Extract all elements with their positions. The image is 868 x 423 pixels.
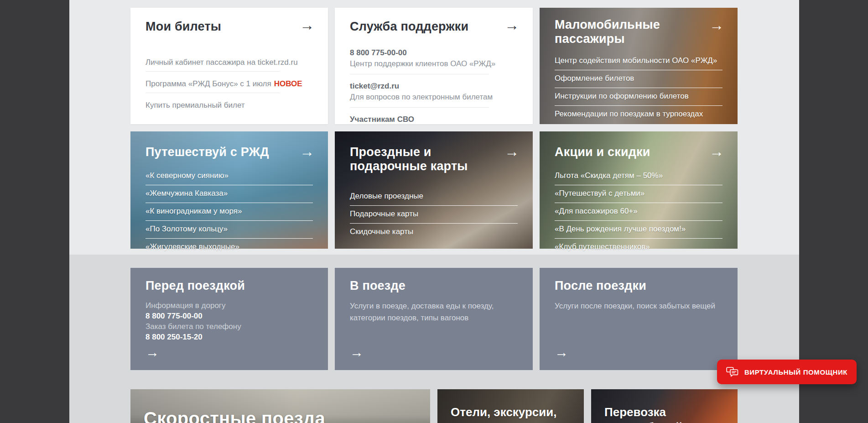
- link-birthday-by-train[interactable]: «В День рождения лучше поездом!»: [555, 221, 722, 239]
- arrow-right-icon[interactable]: →: [709, 18, 724, 32]
- link-mobility-center[interactable]: Центр содействия мобильности ОАО «РЖД»: [555, 52, 722, 70]
- link-passengers-60plus[interactable]: «Для пассажиров 60+»: [555, 203, 722, 221]
- card-in-train[interactable]: В поезде Услуги в поезде, доставка еды к…: [335, 268, 533, 370]
- card-in-train-title: В поезде: [350, 279, 518, 293]
- card-transport-gift-cards-title: Проездные и подарочные карты: [350, 145, 518, 173]
- link-discount-cards[interactable]: Скидочные карты: [350, 224, 518, 241]
- link-ticket-registration[interactable]: Оформление билетов: [555, 70, 722, 88]
- card-travel-title: Путешествуй с РЖД: [146, 145, 313, 159]
- arrow-right-icon[interactable]: →: [709, 144, 724, 159]
- link-svo-participants[interactable]: Участникам СВО: [350, 115, 518, 124]
- support-svo-entry: Участникам СВО: [350, 112, 518, 129]
- card-speed-trains[interactable]: Скоростные поезда: [130, 389, 430, 423]
- card-mobility-title: Маломобильные пассажиры: [555, 18, 696, 46]
- virtual-assistant-button[interactable]: ВИРТУАЛЬНЫЙ ПОМОЩНИК: [717, 360, 857, 384]
- arrow-right-icon[interactable]: →: [146, 345, 159, 359]
- arrow-right-icon[interactable]: →: [504, 144, 519, 159]
- card-hotels-tours-title: Отели, экскурсии, туры: [451, 405, 560, 423]
- card-support[interactable]: Служба поддержки → 8 800 775-00-00 Центр…: [335, 8, 533, 124]
- link-personal-account-label: Личный кабинет пассажира на ticket.rzd.r…: [146, 58, 298, 67]
- divider: [350, 74, 489, 74]
- arrow-right-icon[interactable]: →: [300, 144, 314, 159]
- support-entries: 8 800 775-00-00 Центр поддержки клиентов…: [350, 46, 518, 129]
- card-travel-with-rzd[interactable]: Путешествуй с РЖД → «К северному сиянию»…: [130, 131, 328, 249]
- support-email-caption: Для вопросов по электронным билетам: [350, 93, 518, 102]
- support-email-entry: ticket@rzd.ru Для вопросов по электронны…: [350, 79, 518, 112]
- promos-links: Льгота «Скидка детям – 50%» «Путешествуй…: [555, 167, 722, 256]
- link-travel-with-children[interactable]: «Путешествуй с детьми»: [555, 185, 722, 203]
- support-phone-entry: 8 800 775-00-00 Центр поддержки клиентов…: [350, 46, 518, 79]
- mobility-links: Центр содействия мобильности ОАО «РЖД» О…: [555, 52, 722, 123]
- card-car-transport-title: Перевозка автомобилей: [604, 405, 696, 423]
- card-promos-discounts[interactable]: Акции и скидки → Льгота «Скидка детям – …: [540, 131, 738, 249]
- link-rzd-bonus[interactable]: Программа «РЖД Бонус» с 1 июляНОВОЕ: [146, 76, 313, 97]
- order-by-phone-label: Заказ билета по телефону: [146, 321, 313, 332]
- info-on-the-way-label: Информация в дорогу: [146, 300, 313, 311]
- order-phone[interactable]: 8 800 250-15-20: [146, 332, 313, 342]
- virtual-assistant-label: ВИРТУАЛЬНЫЙ ПОМОЩНИК: [744, 368, 847, 376]
- chat-icon: [726, 367, 738, 377]
- transport-cards-links: Деловые проездные Подарочные карты Скидо…: [350, 188, 518, 241]
- link-tour-train-recommendations[interactable]: Рекомендации по поездкам в турпоездах: [555, 106, 722, 123]
- link-gift-cards[interactable]: Подарочные карты: [350, 206, 518, 224]
- link-pearl-of-caucasus[interactable]: «Жемчужина Кавказа»: [146, 185, 313, 203]
- card-hotels-tours[interactable]: Отели, экскурсии, туры: [437, 389, 584, 423]
- card-mobility-passengers[interactable]: Маломобильные пассажиры → Центр содейств…: [540, 8, 738, 124]
- card-car-transport[interactable]: Перевозка автомобилей: [591, 389, 738, 423]
- after-trip-description: Услуги после поездки, поиск забытых веще…: [555, 300, 722, 312]
- card-my-tickets-title: Мои билеты: [146, 20, 313, 34]
- link-golden-ring[interactable]: «По Золотому кольцу»: [146, 221, 313, 239]
- page: Мои билеты → Личный кабинет пассажира на…: [0, 0, 868, 423]
- new-badge: НОВОЕ: [274, 79, 302, 88]
- support-email[interactable]: ticket@rzd.ru: [350, 82, 518, 91]
- support-phone[interactable]: 8 800 775-00-00: [350, 48, 518, 57]
- info-phone[interactable]: 8 800 775-00-00: [146, 311, 313, 321]
- support-phone-caption: Центр поддержки клиентов ОАО «РЖД»: [350, 59, 518, 68]
- link-rzd-bonus-label: Программа «РЖД Бонус» с 1 июля: [146, 79, 271, 88]
- travel-links: «К северному сиянию» «Жемчужина Кавказа»…: [146, 167, 313, 256]
- arrow-right-icon[interactable]: →: [555, 345, 568, 359]
- divider: [146, 93, 280, 93]
- link-northern-lights[interactable]: «К северному сиянию»: [146, 167, 313, 185]
- link-vineyards-by-sea[interactable]: «К виноградникам у моря»: [146, 203, 313, 221]
- before-trip-lines: Информация в дорогу 8 800 775-00-00 Зака…: [146, 300, 313, 342]
- card-my-tickets[interactable]: Мои билеты → Личный кабинет пассажира на…: [130, 8, 328, 124]
- link-buy-premium-ticket-label: Купить премиальный билет: [146, 101, 245, 110]
- divider: [146, 71, 280, 72]
- card-before-trip-title: Перед поездкой: [146, 279, 313, 293]
- in-train-description: Услуги в поезде, доставка еды к поезду, …: [350, 300, 500, 324]
- card-speed-trains-title: Скоростные поезда: [144, 408, 325, 423]
- arrow-right-icon[interactable]: →: [300, 18, 314, 32]
- link-personal-account[interactable]: Личный кабинет пассажира на ticket.rzd.r…: [146, 54, 313, 76]
- divider: [350, 107, 489, 108]
- card-before-trip[interactable]: Перед поездкой Информация в дорогу 8 800…: [130, 268, 328, 370]
- card-after-trip[interactable]: После поездки Услуги после поездки, поис…: [540, 268, 738, 370]
- card-after-trip-title: После поездки: [555, 279, 722, 293]
- card-support-title: Служба поддержки: [350, 20, 518, 34]
- link-business-passes[interactable]: Деловые проездные: [350, 188, 518, 206]
- arrow-right-icon[interactable]: →: [504, 18, 519, 32]
- card-promos-title: Акции и скидки: [555, 145, 722, 159]
- my-tickets-links: Личный кабинет пассажира на ticket.rzd.r…: [146, 54, 313, 114]
- link-travellers-club[interactable]: «Клуб путешественников»: [555, 239, 722, 256]
- arrow-right-icon[interactable]: →: [350, 345, 364, 359]
- link-ticket-instructions[interactable]: Инструкции по оформлению билетов: [555, 88, 722, 106]
- card-transport-gift-cards[interactable]: Проездные и подарочные карты → Деловые п…: [335, 131, 533, 249]
- link-buy-premium-ticket[interactable]: Купить премиальный билет: [146, 97, 313, 114]
- link-zhiguli-weekends[interactable]: «Жигулевские выходные»: [146, 239, 313, 256]
- link-children-discount[interactable]: Льгота «Скидка детям – 50%»: [555, 167, 722, 185]
